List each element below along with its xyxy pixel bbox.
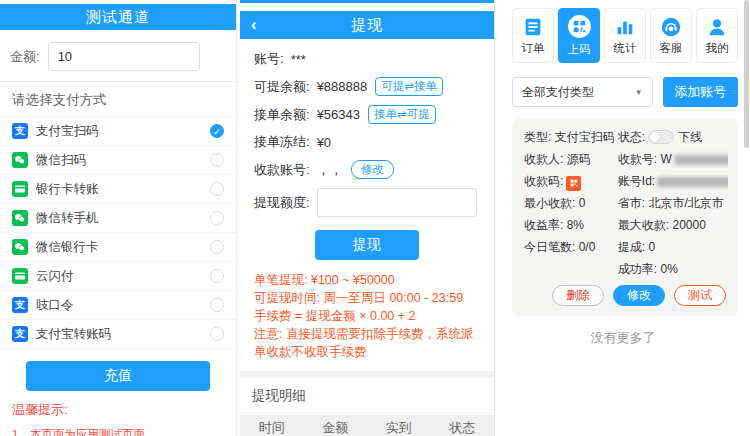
radio-icon[interactable] bbox=[210, 211, 224, 225]
radio-icon[interactable] bbox=[210, 298, 224, 312]
col-amount: 金额 bbox=[304, 419, 368, 436]
payee-account-row: 收款账号: ，， 修改 bbox=[254, 160, 480, 179]
region-label: 省市: bbox=[618, 196, 645, 210]
note-line: 可提现时间: 周一至周日 00:00 - 23:59 bbox=[254, 289, 480, 307]
withdraw-panel: ‹ 提现 账号: *** 可提余额: ¥888888 可提⇌接单 接单余额: ¥… bbox=[240, 0, 494, 436]
region-value: 北京市/北京市 bbox=[649, 196, 724, 210]
profile-icon bbox=[706, 16, 728, 38]
payment-method-label: 云闪付 bbox=[36, 268, 210, 285]
test-button[interactable]: 测试 bbox=[674, 285, 726, 306]
account-detail-grid: 类型: 支付宝扫码 状态:下线 收款人: 源码 收款号: W 收款码: bbox=[524, 128, 728, 279]
modify-payee-button[interactable]: 修改 bbox=[351, 160, 394, 179]
payment-method-wechat-qr[interactable]: 微信扫码 bbox=[0, 146, 236, 175]
withdraw-detail-table-header: 时间 金额 实到 状态 bbox=[240, 415, 494, 436]
tab-statistics[interactable]: 统计 bbox=[604, 8, 646, 63]
delete-button[interactable]: 删除 bbox=[552, 285, 604, 306]
payment-method-alipay-qr[interactable]: 支 支付宝扫码 ✓ bbox=[0, 117, 236, 146]
tab-profile[interactable]: 我的 bbox=[696, 8, 738, 63]
col-status: 状态 bbox=[431, 419, 495, 436]
number-label: 收款号: bbox=[618, 152, 657, 166]
tab-label: 上码 bbox=[568, 42, 591, 57]
radio-icon[interactable] bbox=[210, 240, 224, 254]
radio-icon[interactable] bbox=[210, 269, 224, 283]
withdraw-button[interactable]: 提现 bbox=[315, 230, 419, 260]
payment-method-label: 支付宝扫码 bbox=[36, 123, 210, 140]
order-balance-value: ¥56343 bbox=[317, 107, 360, 122]
rate-value: 8% bbox=[567, 218, 584, 232]
radio-icon[interactable] bbox=[210, 182, 224, 196]
transfer-to-withdraw-button[interactable]: 接单⇌可提 bbox=[368, 105, 436, 124]
section-divider bbox=[240, 371, 494, 378]
transfer-to-order-button[interactable]: 可提⇌接单 bbox=[375, 77, 443, 96]
account-type: 类型: 支付宝扫码 bbox=[524, 128, 618, 147]
toggle-knob bbox=[650, 132, 660, 142]
account-value: *** bbox=[291, 52, 306, 67]
radio-selected-icon[interactable]: ✓ bbox=[210, 124, 224, 138]
withdrawable-label: 可提余额: bbox=[254, 78, 310, 96]
payment-method-bank-transfer[interactable]: 银行卡转账 bbox=[0, 175, 236, 204]
tab-orders[interactable]: 订单 bbox=[512, 8, 554, 63]
note-line: 单笔提现: ¥100 ~ ¥50000 bbox=[254, 271, 480, 289]
today-label: 今日笔数: bbox=[524, 240, 575, 254]
wechat-icon bbox=[12, 239, 28, 255]
add-account-button[interactable]: 添加账号 bbox=[663, 77, 738, 107]
tab-upload-code[interactable]: 上码 bbox=[558, 8, 600, 63]
wechat-icon bbox=[12, 152, 28, 168]
payment-method-label: 银行卡转账 bbox=[36, 181, 210, 198]
payment-method-zhi-password[interactable]: 支 吱口令 bbox=[0, 291, 236, 320]
payment-method-wechat-bankcard[interactable]: 微信银行卡 bbox=[0, 233, 236, 262]
alipay-icon: 支 bbox=[12, 297, 28, 313]
alipay-icon: 支 bbox=[12, 123, 28, 139]
payment-method-label: 微信扫码 bbox=[36, 152, 210, 169]
success-label: 成功率: bbox=[618, 262, 657, 276]
payment-code-icon[interactable] bbox=[566, 176, 581, 191]
quota-row: 提现额度: bbox=[254, 188, 480, 217]
stats-icon bbox=[614, 16, 636, 38]
payment-method-section-title: 请选择支付方式 bbox=[0, 82, 236, 117]
id-label: 账号Id: bbox=[618, 174, 655, 188]
today-value: 0/0 bbox=[579, 240, 596, 254]
scrollbar-thumb[interactable] bbox=[744, 0, 749, 148]
payment-method-label: 微信银行卡 bbox=[36, 239, 210, 256]
withdraw-title: 提现 bbox=[351, 16, 383, 35]
back-icon[interactable]: ‹ bbox=[251, 11, 258, 39]
empty-cell bbox=[524, 260, 618, 279]
account-code: 收款码: bbox=[524, 172, 618, 191]
tab-label: 客服 bbox=[660, 41, 683, 56]
withdraw-amount-input[interactable] bbox=[317, 188, 477, 217]
account-payee: 收款人: 源码 bbox=[524, 150, 618, 169]
tab-label: 我的 bbox=[706, 41, 729, 56]
account-status: 状态:下线 bbox=[618, 128, 728, 147]
test-channel-panel: 测试通道 金额: 请选择支付方式 支 支付宝扫码 ✓ 微信扫码 bbox=[0, 0, 236, 436]
payment-method-label: 吱口令 bbox=[36, 297, 210, 314]
payment-method-label: 微信转手机 bbox=[36, 210, 210, 227]
account-commission: 提成: 0 bbox=[618, 238, 728, 257]
tip-line: 1、本页面为应用测试页面 bbox=[12, 427, 224, 436]
payment-method-alipay-transfer-code[interactable]: 支 支付宝转账码 bbox=[0, 320, 236, 349]
account-card: 类型: 支付宝扫码 状态:下线 收款人: 源码 收款号: W 收款码: bbox=[512, 119, 738, 316]
tab-label: 订单 bbox=[522, 41, 545, 56]
payment-type-select[interactable]: 全部支付类型 ▼ bbox=[512, 77, 653, 107]
payment-method-unionpay[interactable]: 云闪付 bbox=[0, 262, 236, 291]
radio-icon[interactable] bbox=[210, 327, 224, 341]
rate-label: 收益率: bbox=[524, 218, 563, 232]
min-value: 0 bbox=[579, 196, 586, 210]
payee-account-value: ，， bbox=[317, 161, 343, 179]
tab-support[interactable]: 客服 bbox=[650, 8, 692, 63]
account-label: 账号: bbox=[254, 50, 284, 68]
accounts-panel: 订单 上码 统计 客服 我的 全部支付类型 ▼ bbox=[496, 0, 750, 436]
modify-button[interactable]: 修改 bbox=[613, 285, 665, 306]
status-toggle[interactable] bbox=[648, 130, 674, 144]
payee-value: 源码 bbox=[567, 152, 591, 166]
amount-input[interactable] bbox=[48, 42, 200, 71]
success-value: 0% bbox=[661, 262, 678, 276]
account-actions: 删除 修改 测试 bbox=[524, 285, 728, 306]
account-success-rate: 成功率: 0% bbox=[618, 260, 728, 279]
radio-icon[interactable] bbox=[210, 153, 224, 167]
payment-type-select-value: 全部支付类型 bbox=[522, 84, 635, 101]
type-value: 支付宝扫码 bbox=[555, 130, 615, 144]
account-id: 账号Id: bbox=[618, 172, 728, 191]
recharge-button[interactable]: 充值 bbox=[26, 361, 210, 391]
redacted-value bbox=[674, 155, 728, 165]
payment-method-wechat-phone[interactable]: 微信转手机 bbox=[0, 204, 236, 233]
